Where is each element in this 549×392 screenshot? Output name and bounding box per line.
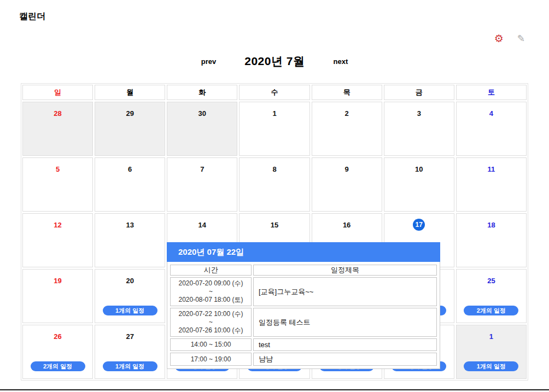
day-cell-26[interactable]: 262개의 일정 [22, 325, 93, 379]
day-number: 7 [200, 165, 204, 173]
event-time-line: ~ [171, 318, 251, 326]
popup-event-row: 2020-07-22 10:00 (수)~2020-07-26 10:00 (수… [170, 308, 437, 337]
event-title[interactable]: 냠냠 [253, 353, 437, 366]
day-cell-13[interactable]: 13 [95, 213, 165, 267]
today-marker: 17 [413, 219, 425, 231]
day-cell-20[interactable]: 201개의 일정 [95, 269, 165, 323]
day-cell-7[interactable]: 7 [167, 157, 237, 212]
day-number: 30 [198, 109, 206, 118]
event-count-badge[interactable]: 2개의 일정 [464, 306, 518, 315]
day-number: 10 [415, 165, 423, 173]
event-time-line: 14:00 ~ 15:00 [171, 341, 251, 349]
event-count-badge[interactable]: 1개의 일정 [103, 306, 157, 315]
popup-event-row: 14:00 ~ 15:00test [170, 338, 437, 351]
day-number: 27 [126, 332, 133, 341]
day-number: 25 [487, 277, 495, 285]
day-cell-12[interactable]: 12 [22, 213, 93, 267]
current-month-title: 2020년 7월 [244, 54, 305, 69]
event-title[interactable]: [교육]그누교육~~ [253, 277, 437, 306]
day-number: 14 [198, 221, 206, 229]
event-time-line: 2020-08-07 18:00 (토) [171, 296, 251, 304]
event-time-line: 2020-07-26 10:00 (수) [171, 326, 251, 335]
event-time: 2020-07-20 09:00 (수)~2020-08-07 18:00 (토… [170, 277, 252, 306]
day-number: 2 [345, 109, 349, 118]
event-time: 2020-07-22 10:00 (수)~2020-07-26 10:00 (수… [170, 308, 252, 337]
day-events-popup: 2020년 07월 22일 시간 일정제목 2020-07-20 09:00 (… [167, 242, 440, 369]
page-bottom-border [0, 389, 549, 390]
event-time-line: 2020-07-20 09:00 (수) [171, 279, 251, 288]
page-title: 캘린더 [19, 11, 45, 22]
day-number: 4 [489, 109, 493, 118]
day-cell-25[interactable]: 252개의 일정 [456, 269, 527, 323]
popup-events-table: 시간 일정제목 2020-07-20 09:00 (수)~2020-08-07 … [168, 263, 439, 367]
event-title[interactable]: 일정등록 테스트 [253, 308, 437, 337]
day-cell-10[interactable]: 10 [384, 157, 454, 212]
day-cell-19[interactable]: 19 [22, 269, 93, 323]
popup-column-title: 일정제목 [253, 265, 437, 276]
day-cell-2[interactable]: 2 [312, 102, 382, 156]
popup-event-row: 2020-07-20 09:00 (수)~2020-08-07 18:00 (토… [170, 277, 437, 306]
event-title[interactable]: test [253, 338, 437, 351]
day-cell-6[interactable]: 6 [95, 157, 165, 212]
day-number: 6 [128, 165, 132, 173]
day-number: 5 [56, 165, 60, 173]
event-time: 14:00 ~ 15:00 [170, 338, 252, 351]
day-cell-1[interactable]: 11개의 일정 [456, 325, 527, 379]
event-time-line: ~ [171, 288, 251, 296]
day-number: 20 [126, 277, 133, 285]
event-count-badge[interactable]: 2개의 일정 [31, 361, 85, 371]
month-navigation: prev 2020년 7월 next [21, 54, 528, 69]
day-number: 1 [272, 109, 276, 118]
day-number: 11 [488, 165, 495, 173]
weekday-header-토: 토 [456, 85, 527, 100]
day-number: 12 [54, 221, 61, 229]
day-cell-29[interactable]: 29 [95, 102, 165, 156]
day-number: 16 [343, 221, 351, 229]
toolbar: ⚙ ✎ [494, 33, 525, 44]
day-cell-4[interactable]: 4 [456, 102, 527, 156]
day-cell-8[interactable]: 8 [239, 157, 309, 212]
weekday-header-목: 목 [312, 85, 382, 100]
day-number: 15 [271, 221, 278, 229]
day-number: 28 [54, 109, 61, 118]
day-cell-28[interactable]: 28 [22, 102, 93, 156]
day-number: 8 [272, 165, 276, 173]
popup-column-time: 시간 [170, 265, 252, 276]
day-cell-30[interactable]: 30 [167, 102, 237, 156]
popup-date-title: 2020년 07월 22일 [167, 242, 440, 262]
event-count-badge[interactable]: 1개의 일정 [464, 361, 518, 371]
settings-gear-icon[interactable]: ⚙ [494, 33, 504, 44]
day-cell-27[interactable]: 271개의 일정 [95, 325, 165, 379]
day-cell-1[interactable]: 1 [239, 102, 309, 156]
day-number: 18 [487, 221, 495, 229]
weekday-header-수: 수 [239, 85, 309, 100]
day-cell-5[interactable]: 5 [22, 157, 93, 212]
day-cell-9[interactable]: 9 [312, 157, 382, 212]
popup-event-row: 17:00 ~ 19:00냠냠 [170, 353, 437, 366]
event-time: 17:00 ~ 19:00 [170, 353, 252, 366]
event-count-badge[interactable]: 1개의 일정 [103, 361, 157, 371]
weekday-header-일: 일 [22, 85, 93, 100]
weekday-header-화: 화 [167, 85, 237, 100]
event-time-line: 2020-07-22 10:00 (수) [171, 310, 251, 318]
prev-month-button[interactable]: prev [201, 57, 216, 66]
event-time-line: 17:00 ~ 19:00 [171, 355, 251, 364]
popup-body: 시간 일정제목 2020-07-20 09:00 (수)~2020-08-07 … [167, 262, 440, 369]
next-month-button[interactable]: next [333, 57, 348, 66]
day-number: 26 [54, 332, 61, 341]
day-number: 19 [54, 277, 61, 285]
day-cell-3[interactable]: 3 [384, 102, 454, 156]
day-cell-11[interactable]: 11 [456, 157, 527, 212]
calendar-page: 캘린더 ⚙ ✎ prev 2020년 7월 next 일월화수목금토282930… [0, 0, 549, 392]
day-number: 3 [417, 109, 421, 118]
day-number: 1 [489, 332, 493, 341]
edit-pencil-icon[interactable]: ✎ [517, 34, 525, 43]
day-number: 9 [345, 165, 349, 173]
popup-events-rows: 2020-07-20 09:00 (수)~2020-08-07 18:00 (토… [170, 277, 437, 366]
day-cell-18[interactable]: 18 [456, 213, 527, 267]
day-number: 13 [126, 221, 133, 229]
weekday-header-월: 월 [95, 85, 165, 100]
weekday-header-금: 금 [384, 85, 454, 100]
day-number: 29 [126, 109, 133, 118]
